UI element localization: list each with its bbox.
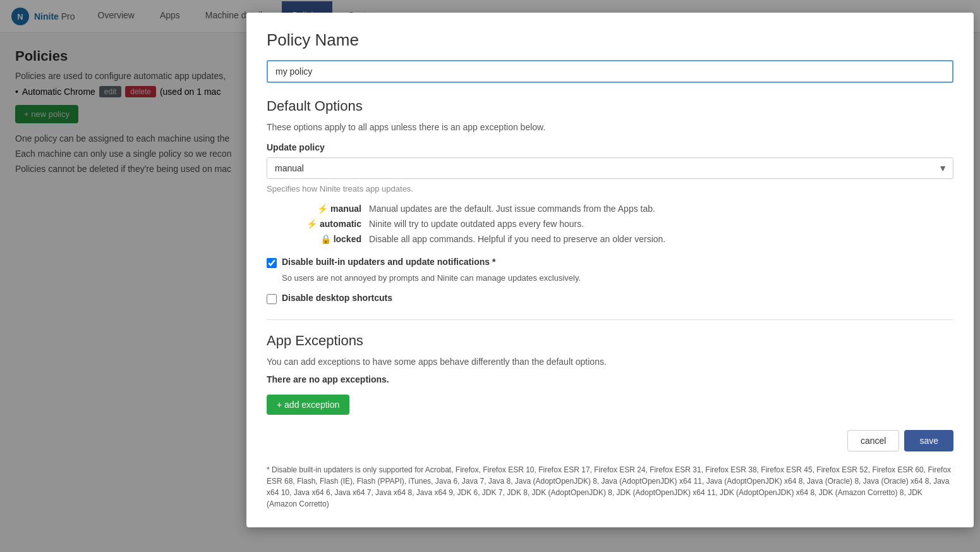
update-policy-select-wrapper: manual automatic locked ▼ bbox=[267, 157, 953, 179]
default-options-desc: These options apply to all apps unless t… bbox=[267, 122, 953, 132]
disable-shortcuts-label[interactable]: Disable desktop shortcuts bbox=[282, 293, 392, 303]
lightning-icon-automatic: ⚡ bbox=[306, 219, 317, 229]
lightning-icon-manual: ⚡ bbox=[317, 204, 328, 214]
modal-footer: cancel save bbox=[267, 430, 953, 451]
update-option-automatic: ⚡ automatic Ninite will try to update ou… bbox=[305, 219, 953, 229]
policy-name-heading: Policy Name bbox=[267, 30, 953, 50]
policy-modal: Policy Name Default Options These option… bbox=[246, 13, 974, 527]
app-exceptions-desc: You can add exceptions to have some apps… bbox=[267, 357, 953, 367]
save-button[interactable]: save bbox=[904, 430, 953, 451]
disable-updaters-label[interactable]: Disable built-in updaters and update not… bbox=[282, 257, 495, 267]
disable-updaters-row: Disable built-in updaters and update not… bbox=[267, 257, 953, 268]
update-policy-label: Update policy bbox=[267, 142, 953, 152]
disable-updaters-desc: So users are not annoyed by prompts and … bbox=[282, 273, 953, 283]
automatic-desc: Ninite will try to update outdated apps … bbox=[369, 219, 953, 229]
disable-shortcuts-row: Disable desktop shortcuts bbox=[267, 293, 953, 304]
manual-desc: Manual updates are the default. Just iss… bbox=[369, 204, 953, 214]
cancel-button[interactable]: cancel bbox=[847, 430, 899, 451]
update-option-locked: 🔒 locked Disable all app commands. Helpf… bbox=[305, 234, 953, 244]
specifies-text: Specifies how Ninite treats app updates. bbox=[267, 184, 953, 193]
default-options-heading: Default Options bbox=[267, 98, 953, 114]
footnote-text: * Disable built-in updaters is only supp… bbox=[267, 464, 953, 510]
manual-label: manual bbox=[330, 204, 361, 214]
add-exception-button[interactable]: + add exception bbox=[267, 395, 349, 415]
update-options-table: ⚡ manual Manual updates are the default.… bbox=[305, 204, 953, 244]
no-exceptions-text: There are no app exceptions. bbox=[267, 374, 953, 384]
disable-updaters-checkbox[interactable] bbox=[267, 258, 277, 268]
policy-name-input[interactable] bbox=[267, 60, 953, 83]
automatic-label: automatic bbox=[320, 219, 361, 229]
locked-label: locked bbox=[334, 234, 361, 244]
disable-shortcuts-checkbox[interactable] bbox=[267, 294, 277, 304]
locked-desc: Disable all app commands. Helpful if you… bbox=[369, 234, 953, 244]
update-option-manual: ⚡ manual Manual updates are the default.… bbox=[305, 204, 953, 214]
update-policy-select[interactable]: manual automatic locked bbox=[267, 157, 953, 179]
app-exceptions-heading: App Exceptions bbox=[267, 333, 953, 349]
lock-icon: 🔒 bbox=[320, 234, 331, 244]
section-divider bbox=[267, 319, 953, 320]
